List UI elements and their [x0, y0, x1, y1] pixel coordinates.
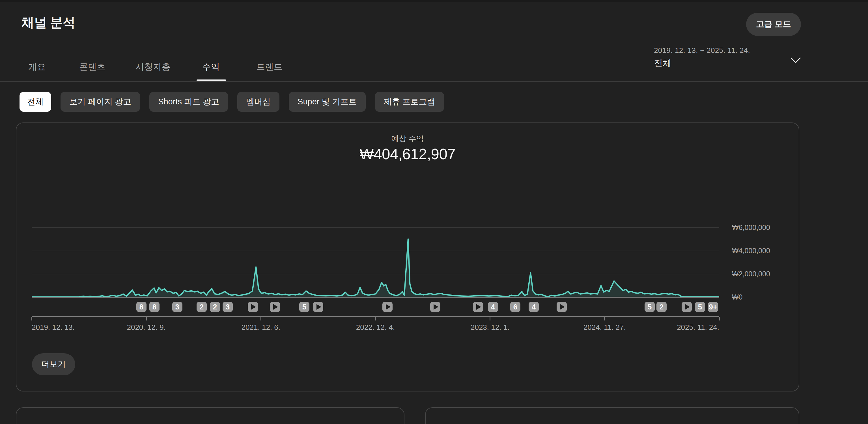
video-marker-play-icon[interactable]: [557, 302, 567, 312]
x-axis-label-4: 2022. 12. 4.: [356, 323, 395, 332]
x-axis-label-7: 2025. 11. 24.: [677, 323, 719, 332]
x-axis-tick-7: [719, 317, 720, 321]
metric-label: 예상 수익: [16, 133, 799, 144]
tab-1[interactable]: 개요: [28, 61, 46, 73]
tab-5[interactable]: 트렌드: [256, 61, 283, 73]
x-axis-tick-1: [31, 317, 32, 321]
video-marker-label: 3: [225, 303, 230, 310]
x-axis-label-5: 2023. 12. 1.: [471, 323, 509, 332]
video-marker-count[interactable]: 2: [196, 302, 207, 312]
metric-value: ₩404,612,907: [16, 145, 799, 163]
video-marker-label: 8: [138, 303, 144, 310]
video-marker-count[interactable]: 5: [299, 302, 309, 312]
video-marker-label: 6: [513, 303, 518, 310]
video-marker-play-icon[interactable]: [382, 302, 393, 312]
video-marker-play-icon[interactable]: [430, 302, 440, 312]
x-axis-tick-6: [604, 317, 605, 321]
see-more-button[interactable]: 더보기: [32, 353, 75, 375]
video-marker-count[interactable]: 5: [695, 302, 705, 312]
play-icon: [685, 304, 690, 310]
x-axis-tick-4: [375, 317, 376, 321]
filter-chip-5[interactable]: Super 및 기프트: [289, 92, 366, 112]
x-axis-tick-2: [146, 317, 147, 321]
play-icon: [476, 304, 481, 310]
video-marker-count[interactable]: 4: [488, 302, 498, 312]
filter-chip-6[interactable]: 제휴 프로그램: [375, 92, 444, 112]
y-axis-label-4: ₩0: [732, 293, 743, 301]
video-marker-label: 5: [302, 303, 307, 310]
x-axis-tick-5: [490, 317, 490, 321]
revenue-filter-chips: 전체보기 페이지 광고Shorts 피드 광고멤버십Super 및 기프트제휴 …: [20, 92, 444, 112]
video-marker-count[interactable]: 3: [223, 302, 233, 312]
video-marker-label: 2: [212, 303, 218, 310]
analytics-tabs: 개요콘텐츠시청자층수익트렌드: [0, 0, 868, 82]
video-marker-label: 8: [152, 303, 157, 310]
channel-analytics-page: { "header": { "title": "채널 분석", "advance…: [0, 0, 868, 424]
chart-area-fill: [32, 239, 719, 297]
secondary-card-left: [16, 407, 404, 424]
video-marker-count[interactable]: 8: [149, 302, 159, 312]
filter-chip-4[interactable]: 멤버십: [237, 92, 279, 112]
filter-chip-3[interactable]: Shorts 피드 광고: [149, 92, 228, 112]
video-marker-label: 5: [647, 303, 652, 310]
tab-4[interactable]: 수익: [202, 61, 220, 73]
video-marker-label: 9+: [708, 303, 718, 310]
video-marker-label: 2: [659, 303, 664, 310]
video-marker-play-icon[interactable]: [248, 302, 258, 312]
secondary-card-right: [425, 407, 799, 424]
y-axis-label-2: ₩4,000,000: [732, 247, 770, 255]
x-axis-label-2: 2020. 12. 9.: [127, 323, 165, 332]
video-marker-label: 4: [490, 303, 496, 310]
filter-chip-1[interactable]: 전체: [20, 92, 51, 112]
tabs-divider: [0, 81, 868, 82]
y-axis-label-3: ₩2,000,000: [732, 270, 770, 278]
video-marker-count[interactable]: 2: [656, 302, 666, 312]
revenue-line-chart[interactable]: [32, 221, 719, 297]
tab-3[interactable]: 시청자층: [135, 61, 170, 73]
video-marker-play-icon[interactable]: [270, 302, 280, 312]
play-icon: [251, 304, 256, 310]
video-marker-label: 5: [697, 303, 703, 310]
video-marker-count[interactable]: 4: [529, 302, 539, 312]
play-icon: [434, 304, 438, 310]
x-axis-label-3: 2021. 12. 6.: [242, 323, 280, 332]
video-marker-count[interactable]: 8: [136, 302, 147, 312]
video-marker-label: 3: [175, 303, 180, 310]
video-marker-label: 2: [199, 303, 205, 310]
video-marker-count[interactable]: 6: [510, 302, 520, 312]
video-marker-count[interactable]: 2: [210, 302, 220, 312]
see-more-label: 더보기: [41, 359, 66, 370]
x-axis-label-1: 2019. 12. 13.: [32, 323, 75, 332]
play-icon: [560, 304, 565, 310]
x-axis-tick-3: [260, 317, 261, 321]
video-marker-count[interactable]: 9+: [708, 302, 718, 312]
play-icon: [273, 304, 278, 310]
video-marker-play-icon[interactable]: [473, 302, 483, 312]
video-marker-play-icon[interactable]: [313, 302, 323, 312]
video-marker-play-icon[interactable]: [682, 302, 692, 312]
active-tab-underline: [196, 80, 226, 81]
play-icon: [386, 304, 391, 310]
filter-chip-2[interactable]: 보기 페이지 광고: [61, 92, 140, 112]
video-marker-count[interactable]: 5: [645, 302, 655, 312]
y-axis-label-1: ₩6,000,000: [732, 223, 770, 232]
tab-2[interactable]: 콘텐츠: [79, 61, 105, 73]
video-marker-label: 4: [531, 303, 536, 310]
x-axis-label-6: 2024. 11. 27.: [584, 323, 626, 332]
play-icon: [316, 304, 321, 310]
video-marker-count[interactable]: 3: [172, 302, 182, 312]
